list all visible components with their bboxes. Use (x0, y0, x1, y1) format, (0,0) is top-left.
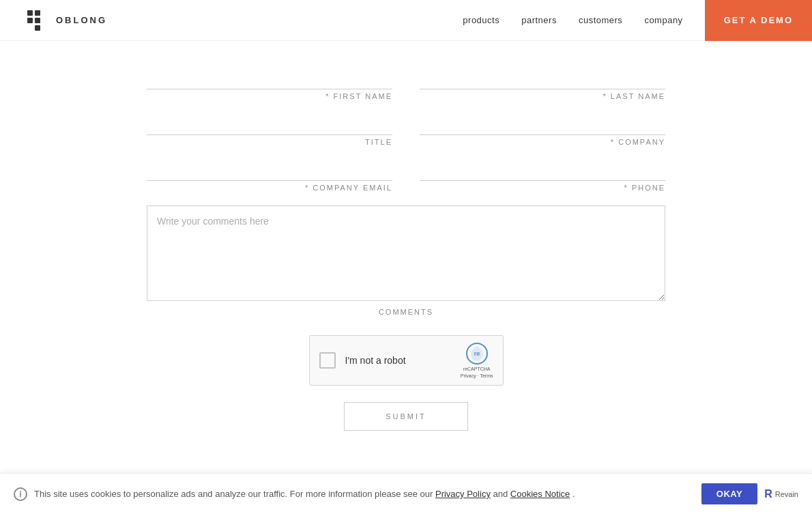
submit-button[interactable]: SUBMIT (344, 402, 468, 431)
dot (42, 18, 48, 23)
company-group: * COMPANY (420, 114, 665, 146)
title-label: TITLE (147, 138, 392, 146)
svg-text:re: re (474, 350, 480, 357)
main-content: * FIRST NAME * LAST NAME TITLE * COMPANY… (133, 0, 679, 513)
dot (35, 10, 40, 16)
dot (42, 25, 48, 31)
comments-group: COMMENTS (147, 205, 665, 316)
submit-wrapper: SUBMIT (147, 402, 665, 431)
company-input[interactable] (420, 114, 665, 135)
cookie-text: This site uses cookies to personalize ad… (34, 489, 433, 499)
comments-label: COMMENTS (147, 308, 665, 316)
revain-icon: R (764, 488, 772, 500)
phone-input[interactable] (420, 160, 665, 181)
contact-form: * FIRST NAME * LAST NAME TITLE * COMPANY… (147, 68, 665, 431)
cookie-banner-right: OKAY R Revain (701, 483, 798, 504)
cookie-info-icon: i (14, 487, 27, 501)
dot (35, 18, 40, 23)
recaptcha-links: Privacy · Terms (461, 373, 493, 378)
recaptcha-label: I'm not a robot (345, 355, 451, 366)
nav-link-partners[interactable]: partners (521, 15, 557, 25)
get-a-demo-button[interactable]: GET A DEMO (705, 0, 812, 41)
company-label: * COMPANY (420, 138, 665, 146)
dot (27, 10, 33, 16)
email-phone-row: * COMPANY EMAIL * PHONE (147, 160, 665, 192)
first-name-group: * FIRST NAME (147, 68, 392, 100)
nav-link-company[interactable]: company (644, 15, 682, 25)
dot (27, 18, 33, 23)
last-name-label: * LAST NAME (420, 92, 665, 100)
dot (35, 25, 40, 31)
cookie-okay-button[interactable]: OKAY (701, 483, 757, 504)
logo[interactable]: OBLONG (27, 10, 107, 31)
dot (27, 25, 33, 31)
phone-group: * PHONE (420, 160, 665, 192)
email-group: * COMPANY EMAIL (147, 160, 392, 192)
title-company-row: TITLE * COMPANY (147, 114, 665, 146)
cookie-banner-left: i This site uses cookies to personalize … (14, 487, 575, 501)
cookies-notice-link[interactable]: Cookies Notice (510, 489, 570, 499)
recaptcha-badge: reCAPTCHA (463, 366, 491, 372)
name-row: * FIRST NAME * LAST NAME (147, 68, 665, 100)
privacy-policy-link[interactable]: Privacy Policy (435, 489, 491, 499)
first-name-input[interactable] (147, 68, 392, 89)
revain-label: Revain (775, 490, 798, 498)
navbar: OBLONG products partners customers compa… (0, 0, 812, 41)
recaptcha-box[interactable]: I'm not a robot re reCAPTCHA Privacy · T… (309, 335, 504, 386)
recaptcha-icon: re (466, 343, 488, 365)
cookie-and: and (493, 489, 508, 499)
last-name-group: * LAST NAME (420, 68, 665, 100)
recaptcha-checkbox[interactable] (319, 352, 336, 369)
cookie-period: . (572, 489, 575, 499)
comments-textarea[interactable] (147, 205, 665, 301)
title-group: TITLE (147, 114, 392, 146)
recaptcha-wrapper: I'm not a robot re reCAPTCHA Privacy · T… (147, 335, 665, 386)
first-name-label: * FIRST NAME (147, 92, 392, 100)
logo-dots (27, 10, 48, 31)
dot (42, 10, 48, 16)
cookie-banner: i This site uses cookies to personalize … (0, 473, 812, 513)
revain-badge: R Revain (764, 488, 798, 500)
cookie-banner-text: This site uses cookies to personalize ad… (34, 489, 575, 499)
phone-label: * PHONE (420, 184, 665, 192)
recaptcha-logo: re reCAPTCHA Privacy · Terms (461, 343, 493, 378)
nav-link-customers[interactable]: customers (579, 15, 622, 25)
email-input[interactable] (147, 160, 392, 181)
email-label: * COMPANY EMAIL (147, 184, 392, 192)
last-name-input[interactable] (420, 68, 665, 89)
title-input[interactable] (147, 114, 392, 135)
nav-links: products partners customers company GET … (463, 0, 785, 41)
logo-text: OBLONG (56, 15, 107, 25)
nav-link-products[interactable]: products (463, 15, 499, 25)
